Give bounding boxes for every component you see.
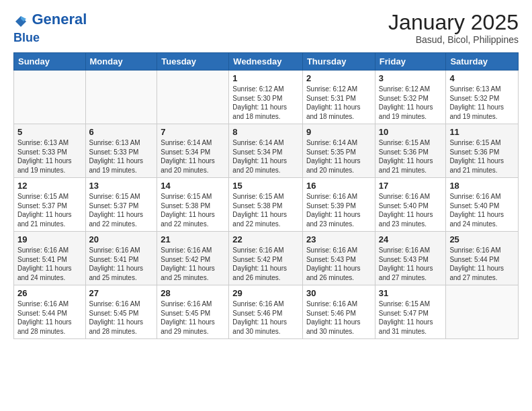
- day-number: 29: [232, 288, 299, 298]
- day-number: 14: [161, 181, 225, 191]
- day-info: Sunrise: 6:15 AMSunset: 5:37 PMDaylight:…: [17, 192, 82, 228]
- day-number: 28: [161, 288, 225, 298]
- day-number: 8: [232, 127, 299, 137]
- day-number: 19: [17, 234, 82, 244]
- day-number: 7: [161, 127, 225, 137]
- day-number: 4: [449, 73, 515, 83]
- day-info: Sunrise: 6:12 AMSunset: 5:31 PMDaylight:…: [306, 85, 371, 121]
- day-info: Sunrise: 6:13 AMSunset: 5:33 PMDaylight:…: [17, 138, 82, 175]
- day-info: Sunrise: 6:15 AMSunset: 5:47 PMDaylight:…: [379, 300, 443, 336]
- table-row: [446, 285, 519, 339]
- day-info: Sunrise: 6:16 AMSunset: 5:45 PMDaylight:…: [161, 300, 225, 336]
- day-info: Sunrise: 6:16 AMSunset: 5:46 PMDaylight:…: [306, 300, 371, 336]
- table-row: 7Sunrise: 6:14 AMSunset: 5:34 PMDaylight…: [157, 124, 229, 178]
- logo: GeneralBlue: [13, 11, 87, 46]
- day-info: Sunrise: 6:13 AMSunset: 5:33 PMDaylight:…: [89, 138, 154, 175]
- header-wednesday: Wednesday: [229, 53, 303, 71]
- title-block: January 2025 Basud, Bicol, Philippines: [388, 11, 519, 45]
- table-row: 27Sunrise: 6:16 AMSunset: 5:45 PMDayligh…: [85, 285, 157, 339]
- day-info: Sunrise: 6:16 AMSunset: 5:40 PMDaylight:…: [379, 192, 443, 228]
- calendar-week-row: 12Sunrise: 6:15 AMSunset: 5:37 PMDayligh…: [14, 178, 519, 232]
- day-info: Sunrise: 6:16 AMSunset: 5:40 PMDaylight:…: [449, 192, 515, 228]
- day-info: Sunrise: 6:13 AMSunset: 5:32 PMDaylight:…: [449, 85, 515, 121]
- table-row: 9Sunrise: 6:14 AMSunset: 5:35 PMDaylight…: [302, 124, 375, 178]
- day-number: 22: [232, 234, 299, 244]
- table-row: 6Sunrise: 6:13 AMSunset: 5:33 PMDaylight…: [85, 124, 157, 178]
- calendar-week-row: 19Sunrise: 6:16 AMSunset: 5:41 PMDayligh…: [14, 232, 519, 285]
- table-row: 10Sunrise: 6:15 AMSunset: 5:36 PMDayligh…: [375, 124, 446, 178]
- table-row: [157, 71, 229, 124]
- table-row: 13Sunrise: 6:15 AMSunset: 5:37 PMDayligh…: [85, 178, 157, 232]
- day-number: 20: [89, 234, 154, 244]
- day-number: 24: [379, 234, 443, 244]
- table-row: 22Sunrise: 6:16 AMSunset: 5:42 PMDayligh…: [229, 232, 303, 285]
- day-number: 23: [306, 234, 371, 244]
- day-info: Sunrise: 6:16 AMSunset: 5:41 PMDaylight:…: [89, 246, 154, 282]
- table-row: 25Sunrise: 6:16 AMSunset: 5:44 PMDayligh…: [446, 232, 519, 285]
- calendar-week-row: 26Sunrise: 6:16 AMSunset: 5:44 PMDayligh…: [14, 285, 519, 339]
- day-info: Sunrise: 6:16 AMSunset: 5:41 PMDaylight:…: [17, 246, 82, 282]
- day-info: Sunrise: 6:14 AMSunset: 5:34 PMDaylight:…: [161, 138, 225, 175]
- location-subtitle: Basud, Bicol, Philippines: [388, 34, 519, 45]
- table-row: [14, 71, 86, 124]
- day-number: 26: [17, 288, 82, 298]
- table-row: 8Sunrise: 6:14 AMSunset: 5:34 PMDaylight…: [229, 124, 303, 178]
- table-row: 1Sunrise: 6:12 AMSunset: 5:30 PMDaylight…: [229, 71, 303, 124]
- day-info: Sunrise: 6:14 AMSunset: 5:34 PMDaylight:…: [232, 138, 299, 175]
- table-row: 11Sunrise: 6:15 AMSunset: 5:36 PMDayligh…: [446, 124, 519, 178]
- day-number: 3: [379, 73, 443, 83]
- header-thursday: Thursday: [302, 53, 375, 71]
- day-number: 1: [232, 73, 299, 83]
- calendar-body: 1Sunrise: 6:12 AMSunset: 5:30 PMDaylight…: [14, 71, 519, 339]
- day-number: 18: [449, 181, 515, 191]
- day-info: Sunrise: 6:16 AMSunset: 5:45 PMDaylight:…: [89, 300, 154, 336]
- day-number: 6: [89, 127, 154, 137]
- table-row: 14Sunrise: 6:15 AMSunset: 5:38 PMDayligh…: [157, 178, 229, 232]
- day-info: Sunrise: 6:15 AMSunset: 5:38 PMDaylight:…: [232, 192, 299, 228]
- header: GeneralBlue January 2025 Basud, Bicol, P…: [13, 11, 519, 46]
- day-info: Sunrise: 6:16 AMSunset: 5:39 PMDaylight:…: [306, 192, 371, 228]
- table-row: 19Sunrise: 6:16 AMSunset: 5:41 PMDayligh…: [14, 232, 86, 285]
- day-info: Sunrise: 6:12 AMSunset: 5:30 PMDaylight:…: [232, 85, 299, 121]
- month-title: January 2025: [388, 11, 519, 34]
- table-row: [85, 71, 157, 124]
- day-info: Sunrise: 6:14 AMSunset: 5:35 PMDaylight:…: [306, 138, 371, 175]
- table-row: 23Sunrise: 6:16 AMSunset: 5:43 PMDayligh…: [302, 232, 375, 285]
- day-info: Sunrise: 6:15 AMSunset: 5:36 PMDaylight:…: [449, 138, 515, 175]
- day-number: 12: [17, 181, 82, 191]
- calendar-week-row: 1Sunrise: 6:12 AMSunset: 5:30 PMDaylight…: [14, 71, 519, 124]
- page: GeneralBlue January 2025 Basud, Bicol, P…: [0, 0, 532, 411]
- day-info: Sunrise: 6:15 AMSunset: 5:36 PMDaylight:…: [379, 138, 443, 175]
- day-number: 17: [379, 181, 443, 191]
- table-row: 30Sunrise: 6:16 AMSunset: 5:46 PMDayligh…: [302, 285, 375, 339]
- day-info: Sunrise: 6:16 AMSunset: 5:46 PMDaylight:…: [232, 300, 299, 336]
- day-number: 13: [89, 181, 154, 191]
- table-row: 12Sunrise: 6:15 AMSunset: 5:37 PMDayligh…: [14, 178, 86, 232]
- table-row: 29Sunrise: 6:16 AMSunset: 5:46 PMDayligh…: [229, 285, 303, 339]
- header-friday: Friday: [375, 53, 446, 71]
- table-row: 26Sunrise: 6:16 AMSunset: 5:44 PMDayligh…: [14, 285, 86, 339]
- day-info: Sunrise: 6:15 AMSunset: 5:37 PMDaylight:…: [89, 192, 154, 228]
- day-number: 16: [306, 181, 371, 191]
- day-info: Sunrise: 6:12 AMSunset: 5:32 PMDaylight:…: [379, 85, 443, 121]
- day-info: Sunrise: 6:16 AMSunset: 5:44 PMDaylight:…: [449, 246, 515, 282]
- table-row: 4Sunrise: 6:13 AMSunset: 5:32 PMDaylight…: [446, 71, 519, 124]
- header-monday: Monday: [85, 53, 157, 71]
- table-row: 15Sunrise: 6:15 AMSunset: 5:38 PMDayligh…: [229, 178, 303, 232]
- day-number: 21: [161, 234, 225, 244]
- day-number: 2: [306, 73, 371, 83]
- day-number: 30: [306, 288, 371, 298]
- header-saturday: Saturday: [446, 53, 519, 71]
- calendar-week-row: 5Sunrise: 6:13 AMSunset: 5:33 PMDaylight…: [14, 124, 519, 178]
- calendar-header-row: Sunday Monday Tuesday Wednesday Thursday…: [14, 53, 519, 71]
- day-number: 9: [306, 127, 371, 137]
- table-row: 21Sunrise: 6:16 AMSunset: 5:42 PMDayligh…: [157, 232, 229, 285]
- day-info: Sunrise: 6:16 AMSunset: 5:43 PMDaylight:…: [379, 246, 443, 282]
- calendar-table: Sunday Monday Tuesday Wednesday Thursday…: [13, 52, 519, 339]
- table-row: 20Sunrise: 6:16 AMSunset: 5:41 PMDayligh…: [85, 232, 157, 285]
- day-info: Sunrise: 6:16 AMSunset: 5:43 PMDaylight:…: [306, 246, 371, 282]
- day-number: 5: [17, 127, 82, 137]
- table-row: 16Sunrise: 6:16 AMSunset: 5:39 PMDayligh…: [302, 178, 375, 232]
- table-row: 17Sunrise: 6:16 AMSunset: 5:40 PMDayligh…: [375, 178, 446, 232]
- header-sunday: Sunday: [14, 53, 86, 71]
